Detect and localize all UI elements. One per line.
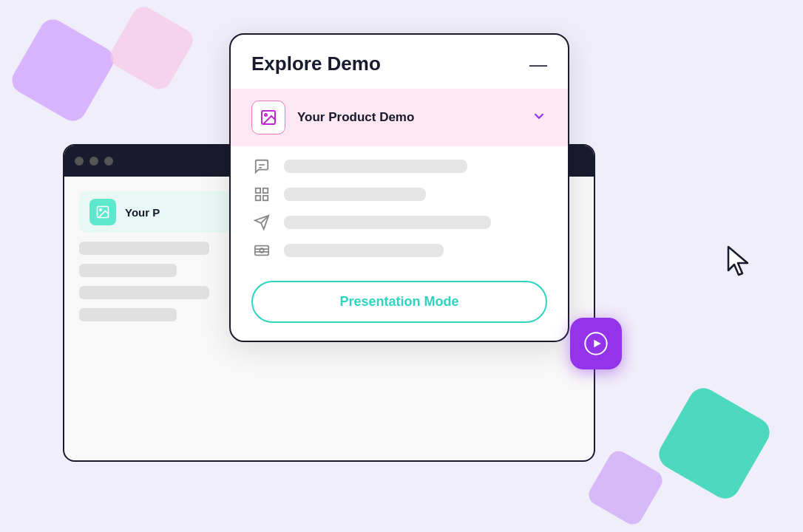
svg-rect-9 xyxy=(256,196,260,200)
menu-item-send[interactable] xyxy=(251,214,547,231)
bg-sidebar-text: Your P xyxy=(125,206,160,219)
menu-item-chat[interactable] xyxy=(251,158,547,174)
modal-title: Explore Demo xyxy=(251,52,381,75)
bg-hex-teal-br xyxy=(654,383,775,504)
menu-item-dollar[interactable] xyxy=(251,242,547,259)
browser-dot-1 xyxy=(75,157,84,166)
presentation-mode-button[interactable]: Presentation Mode xyxy=(251,281,547,323)
selected-item-label: Your Product Demo xyxy=(297,110,519,125)
bg-hex-pink-tr xyxy=(106,3,197,94)
menu-bar-send xyxy=(284,216,491,229)
bg-hex-purple-tl xyxy=(7,15,118,126)
svg-rect-8 xyxy=(263,196,268,200)
selected-demo-item[interactable]: Your Product Demo xyxy=(231,89,568,146)
svg-point-3 xyxy=(265,114,267,116)
bg-hex-purple-br xyxy=(585,447,665,528)
modal-header: Explore Demo — xyxy=(231,35,568,89)
menu-bar-chat xyxy=(284,160,467,173)
bg-sidebar: Your P xyxy=(79,191,242,321)
menu-list xyxy=(231,146,568,270)
svg-marker-17 xyxy=(594,340,600,348)
svg-rect-7 xyxy=(263,188,268,193)
svg-rect-6 xyxy=(256,188,260,193)
layout-icon xyxy=(251,186,272,202)
dollar-icon xyxy=(251,242,272,259)
send-icon xyxy=(251,214,272,231)
bg-line-2 xyxy=(79,264,177,277)
explore-demo-modal: Explore Demo — Your Product Demo xyxy=(229,33,569,342)
browser-dot-2 xyxy=(89,157,98,166)
play-button-float[interactable] xyxy=(570,318,622,369)
chat-icon xyxy=(251,158,272,174)
bg-line-4 xyxy=(79,308,177,321)
browser-dot-3 xyxy=(104,157,113,166)
menu-bar-layout xyxy=(284,188,426,201)
chevron-down-icon xyxy=(531,108,547,128)
svg-rect-12 xyxy=(255,246,268,256)
play-icon xyxy=(584,332,608,355)
bg-sidebar-icon xyxy=(89,199,116,225)
menu-item-layout[interactable] xyxy=(251,186,547,202)
menu-bar-dollar xyxy=(284,244,444,257)
demo-icon-box xyxy=(251,100,285,134)
bg-sidebar-item: Your P xyxy=(79,191,242,233)
image-icon xyxy=(260,109,277,126)
bg-line-1 xyxy=(79,242,209,255)
bg-line-3 xyxy=(79,286,209,299)
presentation-btn-wrapper: Presentation Mode xyxy=(231,270,568,341)
minimize-button[interactable]: — xyxy=(529,55,547,73)
svg-point-1 xyxy=(100,209,102,211)
